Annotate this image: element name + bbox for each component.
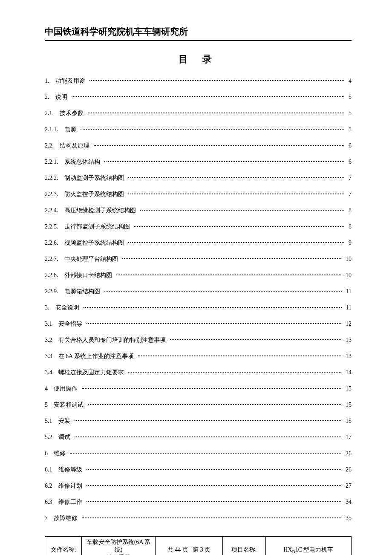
toc-dot-leader xyxy=(170,339,342,340)
toc-entry-number: 2.2.7. xyxy=(45,253,64,265)
toc-dot-leader xyxy=(84,307,342,308)
toc-entry-page: 15 xyxy=(343,415,352,427)
toc-entry-number: 5.1 xyxy=(45,415,58,427)
toc-entry: 2.2.2.制动监测子系统结构图7 xyxy=(45,172,352,184)
toc-entry-page: 13 xyxy=(343,350,352,362)
toc-entry-number: 3. xyxy=(45,302,55,314)
toc-entry-page: 15 xyxy=(343,399,352,411)
toc-dot-leader xyxy=(86,501,342,502)
toc-entry-number: 4 xyxy=(45,383,54,395)
model-prefix: HX xyxy=(283,546,292,553)
file-title-line: 车载安全防护系统(6A 系统) xyxy=(86,539,151,553)
toc-entry-text: 安全指导 xyxy=(58,318,85,330)
toc-entry-page: 14 xyxy=(343,367,352,379)
toc-entry-page: 6 xyxy=(346,140,352,152)
toc-entry-number: 2.2. xyxy=(45,140,60,152)
toc-entry-text: 高压绝缘检测子系统结构图 xyxy=(64,205,138,217)
toc-entry-page: 10 xyxy=(343,269,352,281)
toc-entry-page: 11 xyxy=(343,286,352,298)
toc-entry-page: 26 xyxy=(343,464,352,476)
toc-entry-page: 5 xyxy=(346,107,352,119)
toc-entry-text: 维修 xyxy=(54,448,68,460)
toc-entry-text: 在 6A 系统上作业的注意事项 xyxy=(58,350,136,362)
toc-entry-number: 2.1.1. xyxy=(45,124,64,136)
toc-entry-page: 7 xyxy=(346,172,352,184)
toc-entry-page: 12 xyxy=(343,318,352,330)
toc-entry-text: 走行部监测子系统结构图 xyxy=(64,221,133,233)
toc-entry: 1.功能及用途4 xyxy=(45,75,352,87)
document-page: 中国铁道科学研究院机车车辆研究所 目 录 1.功能及用途42.说明52.1.技术… xyxy=(0,0,392,555)
toc-entry-text: 技术参数 xyxy=(60,107,86,119)
toc-entry: 6维修26 xyxy=(45,448,352,460)
toc-entry-page: 26 xyxy=(343,448,352,460)
toc-dot-leader xyxy=(128,194,345,194)
model-suffix: 1C 型电力机车 xyxy=(295,546,334,553)
toc-dot-leader xyxy=(86,323,342,324)
toc-entry-text: 防火监控子系统结构图 xyxy=(64,188,127,200)
toc-entry-page: 35 xyxy=(343,512,352,524)
toc-entry-number: 5.2 xyxy=(45,431,58,443)
toc-entry-text: 使用操作 xyxy=(54,383,80,395)
toc-entry-number: 6 xyxy=(45,448,54,460)
toc-entry-page: 13 xyxy=(343,334,352,346)
toc-dot-leader xyxy=(88,113,344,113)
toc-dot-leader xyxy=(82,388,341,389)
toc-entry-number: 2.1. xyxy=(45,107,60,119)
total-pages: 共 44 页 xyxy=(167,546,188,553)
toc-entry: 3.1安全指导12 xyxy=(45,318,352,330)
toc-entry: 7故障维修35 xyxy=(45,512,352,524)
cell-project-name-value: HXD1C 型电力机车 xyxy=(265,537,351,555)
toc-entry-number: 6.3 xyxy=(45,496,58,508)
toc-dot-leader xyxy=(128,242,345,243)
toc-entry-text: 制动监测子系统结构图 xyxy=(64,172,127,184)
cell-page-info: 共 44 页 第 3 页 xyxy=(155,537,222,555)
cell-file-name-value: 车载安全防护系统(6A 系统)检修手册 xyxy=(82,537,156,555)
toc-entry-number: 3.3 xyxy=(45,350,58,362)
toc-entry-page: 34 xyxy=(343,496,352,508)
toc-entry-number: 3.1 xyxy=(45,318,58,330)
toc-entry-number: 2.2.3. xyxy=(45,188,64,200)
toc-dot-leader xyxy=(75,436,342,437)
toc-entry: 5安装和调试15 xyxy=(45,399,352,411)
toc-dot-leader xyxy=(75,420,342,421)
toc-entry-text: 安装 xyxy=(58,415,73,427)
toc-entry-page: 9 xyxy=(346,237,352,249)
toc-entry-number: 3.4 xyxy=(45,367,58,379)
toc-dot-leader xyxy=(128,177,345,178)
toc-entry: 2.1.技术参数5 xyxy=(45,107,352,119)
toc-entry-number: 6.1 xyxy=(45,464,58,476)
toc-entry-number: 2.2.1. xyxy=(45,156,64,168)
toc-entry: 3.2有关合格人员和专门培训的特别注意事项13 xyxy=(45,334,352,346)
toc-entry-number: 5 xyxy=(45,399,54,411)
toc-dot-leader xyxy=(86,469,342,470)
toc-entry: 2.2.9.电源箱结构图11 xyxy=(45,286,352,298)
toc-entry-page: 5 xyxy=(346,91,352,103)
toc-dot-leader xyxy=(88,404,341,405)
toc-entry-page: 15 xyxy=(343,383,352,395)
toc-entry: 2.2.7.中央处理平台结构图10 xyxy=(45,253,352,265)
toc-entry-text: 故障维修 xyxy=(54,512,80,524)
footer-info-table: 文件名称: 车载安全防护系统(6A 系统)检修手册 共 44 页 第 3 页 项… xyxy=(45,536,352,555)
toc-dot-leader xyxy=(104,161,345,162)
toc-entry-number: 2.2.8. xyxy=(45,269,64,281)
toc-entry-page: 10 xyxy=(343,253,352,265)
toc-entry-text: 有关合格人员和专门培训的特别注意事项 xyxy=(58,334,168,346)
toc-entry: 2.说明5 xyxy=(45,91,352,103)
toc-entry: 2.2.结构及原理6 xyxy=(45,140,352,152)
toc-entry: 4使用操作15 xyxy=(45,383,352,395)
toc-entry-number: 1. xyxy=(45,75,55,87)
toc-dot-leader xyxy=(104,291,342,292)
toc-entry-text: 视频监控子系统结构图 xyxy=(64,237,127,249)
model-subscript: D xyxy=(292,549,295,554)
toc-entry-text: 系统总体结构 xyxy=(64,156,103,168)
toc-entry-page: 11 xyxy=(343,302,352,314)
toc-dot-leader xyxy=(134,226,345,227)
toc-entry-page: 8 xyxy=(346,205,352,217)
cell-project-name-label: 项目名称: xyxy=(222,537,265,555)
toc-entry-text: 安全说明 xyxy=(55,302,82,314)
toc-entry-text: 功能及用途 xyxy=(55,75,88,87)
toc-entry: 2.2.8.外部接口卡结构图10 xyxy=(45,269,352,281)
toc-entry-page: 5 xyxy=(346,124,352,136)
toc-entry: 2.2.6.视频监控子系统结构图9 xyxy=(45,237,352,249)
toc-entry: 2.2.5.走行部监测子系统结构图8 xyxy=(45,221,352,233)
